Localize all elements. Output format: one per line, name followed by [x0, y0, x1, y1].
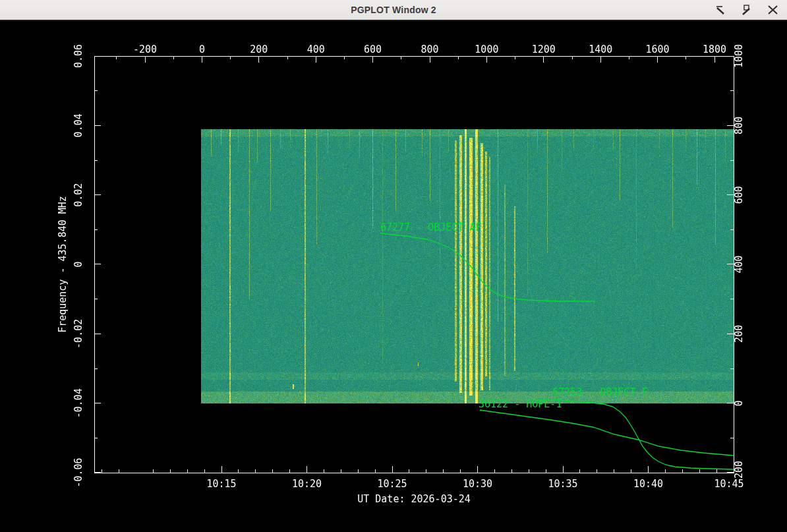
- svg-text:200: 200: [250, 44, 268, 55]
- svg-text:0.04: 0.04: [73, 113, 84, 137]
- svg-text:1800: 1800: [703, 44, 726, 55]
- svg-text:UT Date: 2026-03-24: UT Date: 2026-03-24: [357, 493, 471, 505]
- svg-text:10:30: 10:30: [463, 478, 492, 490]
- svg-text:36122 - HOPE-1: 36122 - HOPE-1: [479, 398, 562, 410]
- svg-text:0.02: 0.02: [73, 183, 84, 207]
- window-controls: [712, 2, 782, 18]
- svg-text:10:40: 10:40: [633, 478, 663, 490]
- svg-text:-200: -200: [133, 44, 157, 55]
- svg-text:1000: 1000: [475, 44, 498, 55]
- svg-text:1000: 1000: [733, 44, 745, 68]
- svg-text:10:20: 10:20: [292, 478, 322, 490]
- svg-text:0.06: 0.06: [73, 44, 84, 68]
- plot-frame: [94, 56, 734, 473]
- svg-text:67277 - OBJECT AF: 67277 - OBJECT AF: [380, 222, 482, 233]
- svg-text:Frequency - 435.840 MHz: Frequency - 435.840 MHz: [57, 196, 69, 333]
- window-titlebar[interactable]: PGPLOT Window 2: [0, 0, 787, 21]
- svg-text:10:25: 10:25: [377, 478, 407, 490]
- restore-icon[interactable]: [738, 2, 755, 18]
- svg-text:67253 - OBJECT F: 67253 - OBJECT F: [552, 386, 648, 398]
- pgplot-window: PGPLOT Window 2: [0, 0, 787, 532]
- plot-axes: -20002004006008001000120014001600180010:…: [0, 21, 787, 532]
- svg-text:-0.06: -0.06: [73, 458, 84, 487]
- svg-text:200: 200: [733, 325, 745, 343]
- svg-text:600: 600: [733, 186, 745, 204]
- svg-text:0: 0: [199, 44, 205, 55]
- minimize-icon[interactable]: [712, 2, 729, 18]
- window-title: PGPLOT Window 2: [351, 5, 436, 15]
- doppler-curve-67277: 67277 - OBJECT AF: [380, 222, 595, 302]
- svg-text:1600: 1600: [646, 44, 670, 55]
- svg-text:800: 800: [733, 117, 745, 134]
- svg-text:600: 600: [364, 44, 382, 55]
- svg-text:1200: 1200: [532, 44, 556, 55]
- svg-text:-0.04: -0.04: [73, 388, 84, 418]
- svg-text:1400: 1400: [589, 44, 612, 55]
- left-axis: 0.060.040.020-0.02-0.04-0.06: [73, 44, 101, 488]
- x-axis-title: UT Date: 2026-03-24: [357, 493, 471, 505]
- svg-text:-200: -200: [733, 461, 745, 485]
- svg-text:800: 800: [421, 44, 438, 55]
- svg-text:-0.02: -0.02: [73, 319, 84, 349]
- y-axis-title: Frequency - 435.840 MHz: [57, 196, 69, 333]
- doppler-curve-67253: 67253 - OBJECT F: [552, 386, 734, 469]
- plot-area: -20002004006008001000120014001600180010:…: [0, 21, 787, 532]
- right-axis: 10008006004002000-200: [727, 44, 745, 485]
- svg-text:400: 400: [733, 255, 745, 273]
- svg-text:400: 400: [307, 44, 325, 55]
- svg-text:0: 0: [733, 400, 745, 406]
- top-axis: -200020040060080010001200140016001800: [117, 44, 726, 63]
- svg-text:10:15: 10:15: [206, 478, 236, 490]
- doppler-curve-36122: 36122 - HOPE-1: [479, 398, 734, 456]
- svg-text:0: 0: [73, 261, 84, 267]
- close-icon[interactable]: [765, 2, 782, 18]
- svg-text:10:35: 10:35: [548, 478, 577, 490]
- bottom-axis: 10:1510:2010:2510:3010:3510:4010:45: [102, 466, 744, 490]
